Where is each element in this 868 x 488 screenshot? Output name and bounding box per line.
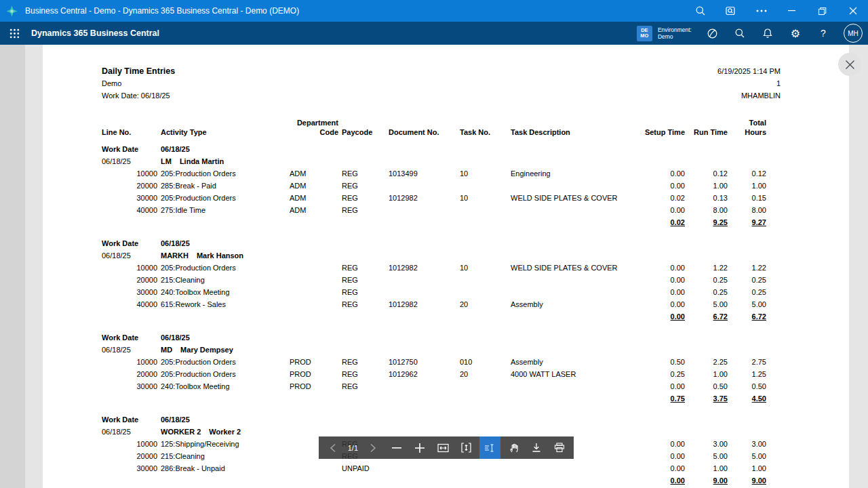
text-selection-button[interactable] <box>479 436 500 459</box>
badge-line-2: MO <box>640 33 648 39</box>
close-preview-button[interactable] <box>838 53 861 76</box>
table-row: 30000 240:Toolbox Meeting PROD REG 0.00 … <box>102 380 766 392</box>
cell: 2.75 <box>731 358 766 366</box>
cell: 2.25 <box>688 358 728 366</box>
search-button[interactable] <box>685 0 715 22</box>
fit-width-button[interactable] <box>433 436 454 459</box>
zoom-out-button[interactable] <box>386 436 407 459</box>
table-row: 20000 215:Cleaning REG 0.00 0.25 0.25 <box>102 274 766 286</box>
work-date-group: Work Date 06/18/25 06/18/25 MARKHMark Ha… <box>102 237 766 323</box>
cell: 0.02 <box>642 194 685 202</box>
prev-page-button[interactable] <box>322 436 343 459</box>
table-row: 30000 286:Break - Unpaid UNPAID 0.00 1.0… <box>102 462 766 474</box>
download-button[interactable] <box>526 436 547 459</box>
copilot-button[interactable] <box>705 26 719 41</box>
cell: ADM <box>290 169 338 178</box>
table-row: 20000 205:Production Orders PROD REG 101… <box>102 368 766 380</box>
search-icon <box>734 28 745 39</box>
cell: UNPAID <box>342 464 385 472</box>
cell: 125:Shipping/Receiving <box>161 440 286 448</box>
cell: 0.25 <box>731 276 766 284</box>
page-indicator: 1/1 <box>345 444 360 452</box>
cell: 10000 <box>102 358 157 366</box>
page-number: 1 <box>717 77 781 89</box>
col-task-no: Task No. <box>460 128 507 138</box>
help-button[interactable]: ? <box>816 26 831 41</box>
restore-button[interactable] <box>807 0 837 22</box>
next-page-button[interactable] <box>363 436 384 459</box>
cell: 06/18/25 <box>161 415 286 424</box>
environment-badge[interactable]: DE MO <box>637 26 652 41</box>
cell: 10 <box>460 169 507 178</box>
more-button[interactable] <box>746 0 776 22</box>
table-row: 40000 275:Idle Time ADM REG 0.00 8.00 8.… <box>102 204 766 216</box>
zoom-in-button[interactable] <box>410 436 431 459</box>
tab-search-button[interactable] <box>715 0 746 22</box>
app-launcher-button[interactable] <box>7 26 22 41</box>
cell: 06/18/25 <box>161 239 286 247</box>
table-body: Work Date 06/18/25 06/18/25 LMLinda Mart… <box>102 143 766 487</box>
fit-page-button[interactable] <box>456 436 477 459</box>
pan-button[interactable] <box>502 436 524 459</box>
table-row: 20000 285:Break - Paid ADM REG 0.00 1.00… <box>102 180 766 192</box>
fit-page-icon <box>461 443 471 453</box>
cell: 1.22 <box>688 264 728 272</box>
col-document-no: Document No. <box>389 128 456 138</box>
cell: 20000 <box>102 276 157 284</box>
cell: 615:Rework - Sales <box>161 300 286 308</box>
chevron-right-icon <box>369 443 377 453</box>
cell: 0.00 <box>642 476 685 485</box>
fit-width-icon <box>437 443 449 453</box>
cell: LMLinda Martin <box>161 157 286 165</box>
cell: 1.00 <box>731 464 766 472</box>
cell: PROD <box>290 370 338 378</box>
cell: 10 <box>460 194 507 202</box>
cell: 6.72 <box>688 312 728 321</box>
group-totals-row: 0.02 9.25 9.27 <box>102 216 766 228</box>
cell: 0.25 <box>688 288 728 296</box>
print-button[interactable] <box>549 436 570 459</box>
cell: 0.02 <box>642 218 685 226</box>
cell: PROD <box>290 382 338 390</box>
col-paycode: Paycode <box>342 128 385 138</box>
cell: 0.15 <box>731 194 766 202</box>
close-icon <box>845 60 855 70</box>
cell: 0.25 <box>731 288 766 296</box>
cell: 30000 <box>102 194 157 202</box>
cell: 4000 WATT LASER <box>511 370 638 378</box>
cell: Work Date <box>102 239 157 247</box>
help-icon: ? <box>821 28 826 39</box>
table-header: Line No. Activity Type DepartmentCode Pa… <box>102 118 766 137</box>
business-central-app-icon <box>6 5 18 17</box>
cell: 30000 <box>102 288 157 296</box>
group-header-row: Work Date 06/18/25 <box>102 413 766 426</box>
group-totals-row: 0.00 9.00 9.00 <box>102 474 766 487</box>
cell: REG <box>342 370 385 378</box>
cell: 205:Production Orders <box>161 169 286 178</box>
cell: 0.00 <box>642 382 685 390</box>
cell: 5.00 <box>688 300 728 308</box>
environment-label: Environment: <box>658 26 692 34</box>
search-button-appbar[interactable] <box>732 26 747 41</box>
avatar[interactable]: MH <box>844 24 863 43</box>
close-window-button[interactable] <box>837 0 868 22</box>
cell: WORKER 2Worker 2 <box>161 428 286 436</box>
cell: REG <box>342 169 385 178</box>
cell: 215:Cleaning <box>161 452 286 460</box>
plus-icon <box>415 443 425 453</box>
app-title[interactable]: Dynamics 365 Business Central <box>31 28 159 38</box>
cell: Engineering <box>511 169 638 178</box>
col-task-description: Task Description <box>511 128 638 138</box>
search-icon <box>695 5 706 16</box>
cell: 10 <box>460 264 507 272</box>
cell: PROD <box>290 358 338 366</box>
resource-row: 06/18/25 MARKHMark Hanson <box>102 249 766 262</box>
cell: 0.25 <box>642 370 685 378</box>
cell: 275:Idle Time <box>161 206 286 214</box>
cell: 9.00 <box>688 476 728 485</box>
settings-button[interactable]: ⚙ <box>788 26 803 41</box>
tab-search-icon <box>725 5 736 16</box>
notifications-button[interactable] <box>760 26 775 41</box>
col-setup-time: Setup Time <box>642 128 685 138</box>
minimize-button[interactable] <box>776 0 807 22</box>
